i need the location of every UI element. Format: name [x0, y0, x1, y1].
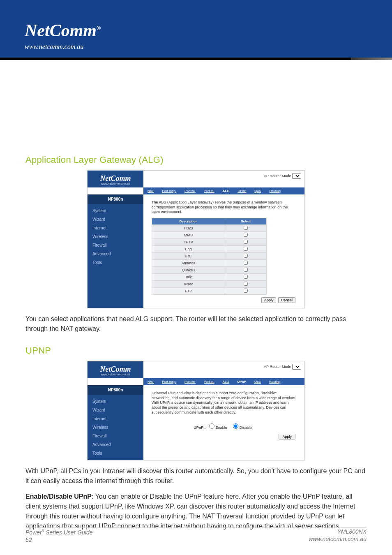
tab-nat[interactable]: NAT [143, 187, 158, 194]
sidebar: NP800n SystemWizardInternetWirelessFirew… [88, 194, 143, 308]
cell-description: H323 [152, 225, 225, 231]
tab-alg[interactable]: ALG [219, 187, 234, 194]
cell-select [225, 246, 266, 252]
table-row: H323 [152, 224, 266, 231]
cell-select [225, 253, 266, 259]
sidebar: NP800n SystemWizardInternetWirelessFirew… [88, 385, 143, 460]
select-checkbox[interactable] [244, 226, 248, 230]
table-row: Egg [152, 245, 266, 252]
select-checkbox[interactable] [244, 268, 248, 272]
sidebar-item-wireless[interactable]: Wireless [88, 232, 143, 241]
cell-description: TFTP [152, 239, 225, 245]
brand-logo: NetComm® [25, 21, 101, 40]
mode-selector[interactable]: AP Router Mode [143, 171, 304, 187]
page-header-banner: NetComm® www.netcomm.com.au [0, 0, 392, 58]
header-rule [0, 58, 392, 60]
cell-select [225, 239, 266, 245]
mode-selector[interactable]: AP Router Mode [143, 361, 304, 378]
select-checkbox[interactable] [244, 233, 248, 237]
tab-portmap[interactable]: Port map. [158, 378, 180, 385]
tab-nat[interactable]: NAT [143, 378, 158, 385]
cell-select [225, 260, 266, 266]
upnp-label: UPnP : [194, 426, 205, 430]
page-footer: Powern Series User Guide 52 YML800NX www… [25, 528, 367, 543]
tab-portfw[interactable]: Port fw. [180, 378, 200, 385]
cell-description: Egg [152, 246, 225, 252]
ss-brand: NetComm www.netcomm.com.au [88, 171, 143, 187]
cell-description: Quake3 [152, 267, 225, 273]
device-model: NP800n [88, 385, 143, 395]
alg-table: Description Select H323MMSTFTPEggIRCAman… [152, 218, 267, 295]
select-checkbox[interactable] [244, 240, 248, 244]
select-checkbox[interactable] [244, 289, 248, 293]
cell-description: Amanda [152, 260, 225, 266]
cell-select [225, 267, 266, 273]
apply-button[interactable]: Apply [279, 434, 295, 439]
cell-description: FTP [152, 288, 225, 294]
cell-description: MMS [152, 232, 225, 238]
tab-bar: NATPort map.Port fw.Port tri.ALGUPnPQoSR… [143, 378, 304, 385]
sidebar-item-wizard[interactable]: Wizard [88, 406, 143, 414]
sidebar-item-advanced[interactable]: Advanced [88, 250, 143, 258]
select-checkbox[interactable] [244, 275, 248, 279]
apply-button[interactable]: Apply [261, 297, 277, 303]
tab-upnp[interactable]: UPnP [233, 187, 250, 194]
table-row: FTP [152, 287, 266, 294]
mode-dropdown[interactable] [292, 173, 301, 179]
alg-intro-text: The ALG (Application Layer Gateway) serv… [152, 200, 296, 215]
table-row: Amanda [152, 259, 266, 266]
cell-description: IPsec [152, 281, 225, 287]
cancel-button[interactable]: Cancel [278, 297, 295, 303]
alg-section-title: Application Layer Gateway (ALG) [25, 155, 367, 165]
tab-alg[interactable]: ALG [219, 378, 233, 385]
select-checkbox[interactable] [244, 247, 248, 251]
cell-select [225, 225, 266, 231]
upnp-disable-option[interactable]: Disable [233, 426, 252, 430]
upnp-body1: With UPnP, all PCs in you Intranet will … [25, 466, 367, 486]
device-model: NP800n [88, 194, 143, 204]
sidebar-item-firewall[interactable]: Firewall [88, 432, 143, 440]
radio-enable[interactable] [209, 423, 214, 429]
tab-portmap[interactable]: Port map. [158, 187, 180, 194]
cell-select [225, 274, 266, 280]
select-checkbox[interactable] [244, 254, 248, 258]
tab-routing[interactable]: Routing [265, 187, 285, 194]
select-checkbox[interactable] [244, 261, 248, 265]
sidebar-item-wizard[interactable]: Wizard [88, 215, 143, 224]
table-row: IRC [152, 252, 266, 259]
table-row: TFTP [152, 238, 266, 245]
sidebar-item-firewall[interactable]: Firewall [88, 241, 143, 250]
tab-porttri[interactable]: Port tri. [200, 187, 219, 194]
cell-description: IRC [152, 253, 225, 259]
sidebar-item-tools[interactable]: Tools [88, 258, 143, 267]
radio-disable[interactable] [233, 423, 238, 429]
brand-url: www.netcomm.com.au [25, 43, 83, 51]
mode-dropdown[interactable] [292, 364, 301, 370]
upnp-intro-text: Universal Plug and Play is designed to s… [152, 391, 296, 415]
sidebar-item-wireless[interactable]: Wireless [88, 423, 143, 432]
cell-description: Talk [152, 274, 225, 280]
cell-select [225, 232, 266, 238]
upnp-screenshot: NetComm www.netcomm.com.au AP Router Mod… [87, 361, 305, 460]
alg-body-text: You can select applications that need AL… [25, 314, 367, 334]
tab-portfw[interactable]: Port fw. [180, 187, 200, 194]
table-row: IPsec [152, 280, 266, 287]
cell-select [225, 288, 266, 294]
sidebar-item-advanced[interactable]: Advanced [88, 440, 143, 449]
select-checkbox[interactable] [244, 282, 248, 286]
tab-qos[interactable]: QoS [250, 187, 265, 194]
upnp-body2: Enable/Disable UPnP: You can enable or D… [25, 492, 367, 531]
sidebar-item-system[interactable]: System [88, 206, 143, 215]
sidebar-item-system[interactable]: System [88, 397, 143, 406]
th-select: Select [225, 218, 266, 224]
table-row: Talk [152, 273, 266, 280]
tab-upnp[interactable]: UPnP [233, 378, 250, 385]
tab-porttri[interactable]: Port tri. [200, 378, 219, 385]
upnp-enable-option[interactable]: Enable [209, 426, 227, 430]
table-row: Quake3 [152, 266, 266, 273]
sidebar-item-internet[interactable]: Internet [88, 414, 143, 423]
sidebar-item-tools[interactable]: Tools [88, 449, 143, 458]
tab-routing[interactable]: Routing [265, 378, 285, 385]
tab-qos[interactable]: QoS [250, 378, 265, 385]
sidebar-item-internet[interactable]: Internet [88, 224, 143, 232]
